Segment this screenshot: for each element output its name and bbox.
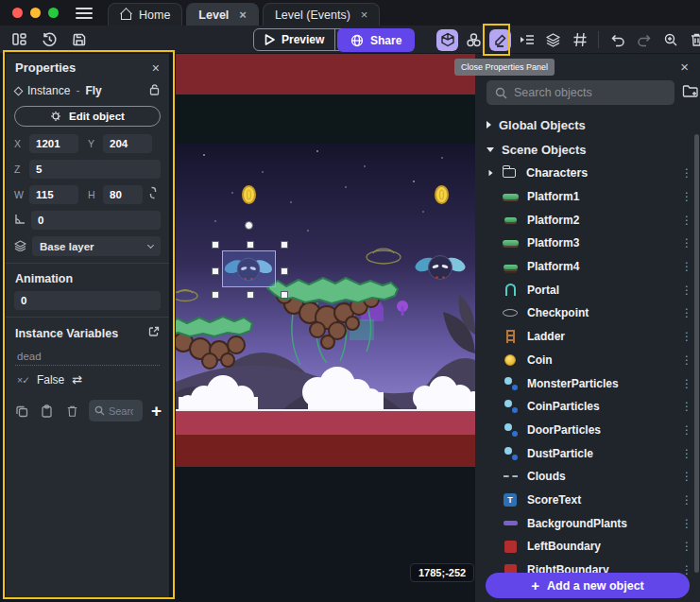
variable-name[interactable]: dead [15, 348, 160, 366]
object-item-clouds[interactable]: Clouds ⋮ [475, 465, 700, 489]
new-folder-icon[interactable] [682, 84, 699, 102]
rotate-handle[interactable] [245, 221, 253, 230]
instances-list-icon[interactable] [516, 29, 538, 51]
add-new-object-button[interactable]: + Add a new object [486, 573, 690, 598]
unlock-icon[interactable] [149, 83, 160, 98]
object-item-coinparticles[interactable]: CoinParticles ⋮ [475, 395, 700, 419]
main-menu-icon[interactable] [76, 8, 93, 19]
object-item-ladder[interactable]: Ladder ⋮ [475, 325, 700, 349]
aspect-ratio-lock-icon[interactable] [148, 186, 158, 203]
edit-object-button[interactable]: Edit object [14, 106, 161, 127]
object-item-doorparticles[interactable]: DoorParticles ⋮ [475, 419, 700, 442]
top-boundary-object[interactable] [176, 54, 475, 95]
panels-layout-icon[interactable] [9, 30, 28, 49]
close-objects-icon[interactable]: × [680, 59, 689, 75]
object-item-platform4[interactable]: Platform4 ⋮ [475, 255, 700, 279]
paste-icon[interactable] [39, 403, 56, 420]
kebab-menu-icon[interactable]: ⋮ [681, 400, 692, 413]
kebab-menu-icon[interactable]: ⋮ [681, 493, 692, 507]
width-field[interactable] [29, 185, 78, 204]
object-item-leftboundary[interactable]: LeftBoundary ⋮ [475, 535, 700, 559]
object-item-coin[interactable]: Coin ⋮ [475, 349, 700, 372]
y-position-field[interactable] [103, 134, 152, 153]
resize-handle-w[interactable] [212, 267, 219, 275]
object-item-dustparticle[interactable]: DustParticle ⋮ [475, 441, 700, 465]
resize-handle-se[interactable] [281, 291, 288, 299]
resize-handle-s[interactable] [247, 291, 254, 299]
object-item-platform2[interactable]: Platform2 ⋮ [475, 208, 700, 232]
close-window-button[interactable] [12, 8, 23, 18]
variables-search-input[interactable] [109, 405, 133, 417]
object-item-scoretext[interactable]: ScoreText ⋮ [475, 489, 700, 512]
objects-search[interactable] [487, 80, 674, 105]
save-icon[interactable] [70, 30, 89, 49]
kebab-menu-icon[interactable]: ⋮ [681, 377, 692, 390]
kebab-menu-icon[interactable]: ⋮ [681, 540, 692, 553]
preview-button[interactable]: Preview [254, 29, 334, 50]
share-button[interactable]: Share [337, 28, 415, 52]
object-item-portal[interactable]: Portal ⋮ [475, 278, 700, 301]
objects-scrollbar[interactable] [694, 134, 699, 573]
kebab-menu-icon[interactable]: ⋮ [681, 353, 692, 367]
kebab-menu-icon[interactable]: ⋮ [681, 214, 692, 227]
open-variables-editor-icon[interactable] [148, 326, 160, 340]
height-field[interactable] [103, 185, 143, 204]
object-groups-icon[interactable] [463, 29, 485, 51]
kebab-menu-icon[interactable]: ⋮ [681, 447, 692, 460]
toggle-boolean-icon[interactable]: ⇄ [72, 372, 82, 387]
close-properties-icon[interactable]: × [152, 61, 160, 75]
object-item-monsterparticles[interactable]: MonsterParticles ⋮ [475, 371, 700, 395]
resize-handle-sw[interactable] [212, 291, 219, 299]
bottom-boundary-object[interactable] [176, 411, 475, 435]
close-tab-icon[interactable]: × [239, 8, 247, 22]
tab-level-events[interactable]: Level (Events) × [263, 3, 381, 26]
animation-field[interactable] [14, 291, 161, 310]
resize-handle-e[interactable] [281, 267, 288, 275]
edit-pencil-icon[interactable] [489, 29, 511, 51]
resize-handle-n[interactable] [247, 241, 254, 249]
kebab-menu-icon[interactable]: ⋮ [681, 330, 692, 343]
close-tab-icon[interactable]: × [361, 8, 368, 22]
kebab-menu-icon[interactable]: ⋮ [681, 284, 692, 297]
minimize-window-button[interactable] [30, 8, 41, 18]
scene-canvas[interactable]: 1785;-252 [176, 54, 475, 602]
kebab-menu-icon[interactable]: ⋮ [681, 306, 692, 319]
layers-icon[interactable] [542, 29, 564, 51]
kebab-menu-icon[interactable]: ⋮ [681, 423, 692, 437]
kebab-menu-icon[interactable]: ⋮ [681, 260, 692, 273]
variables-search[interactable] [89, 400, 143, 421]
kebab-menu-icon[interactable]: ⋮ [681, 470, 692, 483]
kebab-menu-icon[interactable]: ⋮ [681, 517, 692, 530]
x-position-field[interactable] [29, 134, 78, 153]
tab-home[interactable]: Home [108, 3, 182, 26]
object-item-platform1[interactable]: Platform1 ⋮ [475, 185, 700, 209]
add-variable-button[interactable]: + [151, 402, 162, 420]
object-item-checkpoint[interactable]: Checkpoint ⋮ [475, 301, 700, 325]
folder-characters[interactable]: Characters ⋮ [475, 162, 700, 185]
object-item-platform3[interactable]: Platform3 ⋮ [475, 232, 700, 255]
resize-handle-ne[interactable] [281, 241, 288, 249]
objects-search-input[interactable] [514, 86, 666, 99]
history-clock-icon[interactable] [40, 30, 59, 49]
3d-view-icon[interactable] [436, 29, 458, 51]
group-global-objects[interactable]: Global Objects [475, 112, 700, 137]
group-scene-objects[interactable]: Scene Objects [475, 137, 700, 162]
delete-icon[interactable] [686, 29, 700, 51]
grid-icon[interactable] [569, 29, 590, 51]
undo-icon[interactable] [606, 29, 628, 51]
redo-icon[interactable] [633, 29, 655, 51]
copy-icon[interactable] [13, 403, 30, 420]
tab-level[interactable]: Level × [186, 3, 259, 26]
instance-selection-box[interactable] [222, 250, 276, 287]
z-order-field[interactable] [29, 160, 161, 179]
bottom-boundary-object-2[interactable] [176, 435, 475, 467]
kebab-menu-icon[interactable]: ⋮ [681, 190, 692, 203]
rotation-field[interactable] [31, 211, 161, 230]
zoom-in-icon[interactable] [659, 29, 681, 51]
object-item-backgroundplants[interactable]: BackgroundPlants ⋮ [475, 511, 700, 535]
resize-handle-nw[interactable] [212, 241, 219, 249]
delete-variable-icon[interactable] [63, 403, 80, 420]
kebab-menu-icon[interactable]: ⋮ [681, 166, 692, 180]
layer-dropdown[interactable]: Base layer [32, 236, 161, 256]
kebab-menu-icon[interactable]: ⋮ [681, 236, 692, 249]
